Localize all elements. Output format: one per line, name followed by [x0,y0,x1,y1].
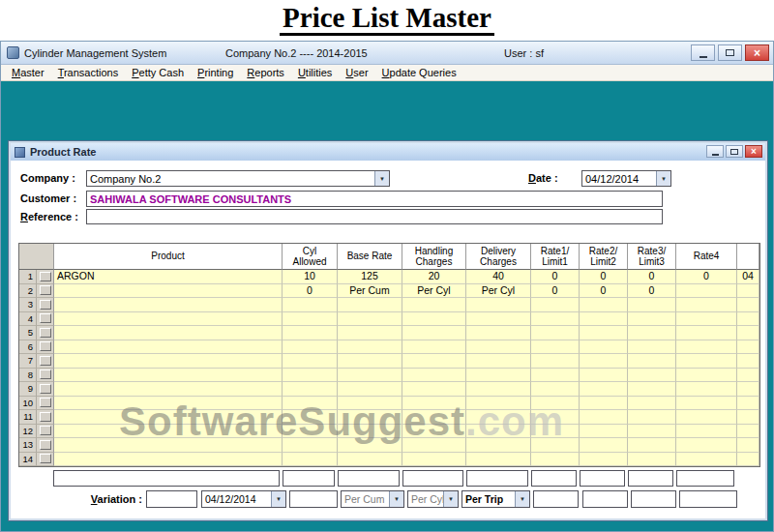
grid-cell[interactable] [676,369,737,383]
reference-field[interactable] [86,209,663,224]
close-button[interactable] [745,44,769,61]
grid-cell[interactable] [531,397,580,411]
menu-item-utilities[interactable]: Utilities [291,66,339,79]
grid-cell[interactable] [580,410,628,425]
maximize-button[interactable] [718,44,742,61]
grid-cell[interactable] [402,369,466,383]
product-cell[interactable] [54,326,283,340]
footer-box-rate4[interactable] [676,470,734,487]
grid-cell[interactable]: 0 [676,270,737,284]
grid-cell[interactable] [466,354,531,369]
grid-cell[interactable] [676,453,737,467]
row-selector-button[interactable] [40,272,51,281]
footer-box-handling[interactable] [402,470,463,487]
grid-cell[interactable] [531,354,580,369]
grid-cell[interactable] [402,397,466,411]
footer-box-rate3[interactable] [628,470,673,487]
grid-cell[interactable] [531,369,580,383]
menu-item-transactions[interactable]: Transactions [51,66,126,79]
grid-cell[interactable] [466,340,531,355]
grid-cell[interactable] [338,354,402,369]
grid-cell[interactable] [676,312,737,327]
grid-cell[interactable] [676,397,737,411]
grid-cell[interactable] [338,425,402,439]
grid-cell[interactable] [338,369,402,383]
grid-cell[interactable] [283,298,338,312]
row-selector-button[interactable] [40,426,51,435]
grid-cell[interactable] [628,340,676,355]
grid-cell[interactable] [466,312,531,327]
grid-cell[interactable] [283,340,338,355]
grid-cell[interactable] [531,340,580,355]
grid-cell[interactable] [628,453,676,467]
grid-cell[interactable] [531,425,580,439]
variation-rate4-box[interactable] [679,490,737,508]
menu-item-printing[interactable]: Printing [191,66,240,79]
grid-cell[interactable] [737,298,759,312]
row-selector-button[interactable] [40,285,51,295]
grid-cell[interactable] [737,425,759,439]
product-cell[interactable] [54,312,283,327]
grid-cell[interactable] [466,425,531,439]
grid-cell[interactable] [737,312,759,327]
grid-cell[interactable] [737,326,759,340]
grid-cell[interactable] [283,410,338,425]
grid-cell[interactable] [531,453,580,467]
row-selector-button[interactable] [40,313,51,323]
grid-cell[interactable] [402,340,466,355]
grid-cell[interactable] [338,453,402,467]
menu-item-user[interactable]: User [339,66,374,79]
variation-rate3-box[interactable] [631,490,676,508]
footer-box-rate1[interactable] [531,470,577,487]
grid-cell[interactable] [676,298,737,312]
grid-cell[interactable] [402,382,466,397]
product-cell[interactable] [54,410,283,425]
row-selector-button[interactable] [40,341,51,351]
date-combobox[interactable]: 04/12/2014 [581,170,671,187]
grid-cell[interactable]: 0 [531,270,580,284]
grid-cell[interactable]: 40 [466,270,531,284]
chevron-down-icon[interactable] [374,171,389,186]
grid-cell[interactable] [402,438,466,453]
grid-cell[interactable]: 0 [283,284,338,299]
grid-cell[interactable] [466,453,531,467]
dialog-maximize-button[interactable] [726,145,743,158]
row-selector-button[interactable] [40,369,51,379]
grid-cell[interactable] [466,438,531,453]
chevron-down-icon[interactable] [389,491,403,507]
grid-cell[interactable] [402,354,466,369]
variation-cyl-box[interactable] [289,490,338,508]
chevron-down-icon[interactable] [271,491,285,507]
grid-cell[interactable]: 04 [737,270,759,284]
grid-cell[interactable] [676,410,737,425]
grid-cell[interactable] [283,354,338,369]
grid-cell[interactable] [580,425,628,439]
dialog-close-button[interactable] [745,145,762,158]
grid-cell[interactable] [628,326,676,340]
grid-cell[interactable] [580,397,628,411]
footer-box-cyl[interactable] [283,470,335,487]
grid-cell[interactable] [283,453,338,467]
variation-date-combobox[interactable]: 04/12/2014 [201,490,286,508]
chevron-down-icon[interactable] [515,491,529,507]
row-selector-button[interactable] [40,356,51,366]
grid-cell[interactable] [338,382,402,397]
grid-cell[interactable] [737,284,759,299]
product-cell[interactable] [54,438,283,453]
grid-cell[interactable] [466,382,531,397]
row-selector-button[interactable] [40,328,51,338]
grid-cell[interactable] [338,326,402,340]
grid-cell[interactable] [283,326,338,340]
product-cell[interactable] [54,369,283,383]
grid-cell[interactable] [466,326,531,340]
grid-cell[interactable] [283,425,338,439]
grid-cell[interactable] [402,425,466,439]
grid-cell[interactable] [283,382,338,397]
grid-cell[interactable] [338,410,402,425]
grid-cell[interactable] [402,453,466,467]
grid-cell[interactable] [628,397,676,411]
grid-cell[interactable] [466,369,531,383]
grid-cell[interactable] [628,369,676,383]
grid-cell[interactable] [531,326,580,340]
grid-cell[interactable] [676,425,737,439]
